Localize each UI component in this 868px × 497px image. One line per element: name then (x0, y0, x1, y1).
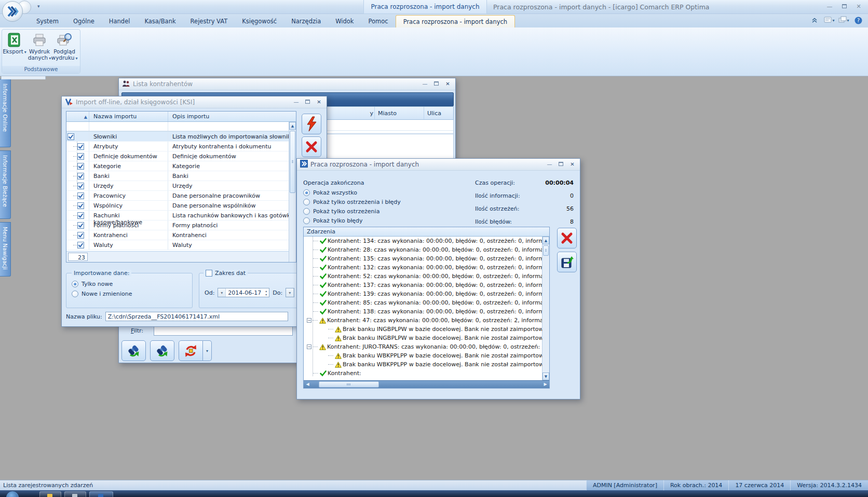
ribbon-tab[interactable]: Handel (102, 15, 138, 27)
event-filter-option[interactable]: Pokaż tylko ostrzeżenia i błędy (303, 199, 401, 205)
column-header[interactable]: Ulica (424, 107, 453, 119)
radio-icon[interactable] (303, 217, 310, 224)
taskbar-app-2[interactable] (64, 491, 86, 497)
event-row[interactable]: Kontrahent: 135: czas wykonania: 00:00:0… (304, 254, 542, 263)
event-row[interactable]: Kontrahent: 137: czas wykonania: 00:00:0… (304, 281, 542, 289)
import-row[interactable]: WalutyWaluty (66, 240, 296, 250)
column-header-nazwa[interactable]: Nazwa importu (89, 112, 168, 121)
checkbox-checked-icon[interactable] (67, 133, 74, 140)
checkbox-checked-icon[interactable] (77, 242, 84, 248)
run-import-button[interactable] (302, 114, 321, 134)
event-row[interactable]: Kontrahent: (304, 369, 542, 378)
minimize-icon[interactable]: — (292, 99, 301, 106)
ribbon-tab[interactable]: Rejestry VAT (183, 15, 235, 27)
scroll-left-icon[interactable]: ◀ (304, 381, 311, 388)
radio-icon[interactable] (72, 291, 78, 297)
minimize-icon[interactable]: — (824, 2, 835, 11)
import-filter-row[interactable] (66, 122, 296, 132)
checkbox-checked-icon[interactable] (77, 232, 84, 239)
ribbon-tab[interactable]: Praca rozproszona - import danych (396, 15, 515, 27)
help-icon[interactable]: ? (853, 16, 863, 24)
file-name-input[interactable]: Z:\cdn\Sprzeda__FS201406171417.xml (105, 312, 288, 321)
ribbon-tab[interactable]: Pomoc (361, 15, 396, 27)
ribbon-tab[interactable]: Ogólne (66, 15, 102, 27)
scroll-up-icon[interactable]: ▲ (289, 122, 296, 130)
column-header[interactable]: Miasto (375, 107, 424, 119)
scrollbar-thumb[interactable] (543, 245, 549, 256)
import-row[interactable]: Definicje dokumentówDefinicje dokumentów (66, 151, 296, 161)
event-row[interactable]: −Kontrahent: 47: czas wykonania: 00:00:0… (304, 316, 542, 325)
select-import-button[interactable] (121, 340, 146, 361)
refresh-sync-button[interactable] (179, 340, 203, 361)
collapse-ribbon-icon[interactable] (810, 16, 819, 24)
lista-titlebar[interactable]: Lista kontrahentów — ✕ (119, 78, 455, 90)
refresh-dropdown-caret-icon[interactable]: ▾ (203, 340, 212, 361)
tree-expander-icon[interactable]: − (307, 344, 311, 349)
events-list[interactable]: Kontrahent: 134: czas wykonania: 00:00:0… (304, 237, 542, 380)
ribbon-tab[interactable]: Kasa/Bank (137, 15, 183, 27)
date-to-field[interactable]: ▾ (286, 288, 294, 297)
date-spinner[interactable]: ▴▾ (263, 289, 269, 296)
event-filter-option[interactable]: Pokaż tylko ostrzeżenia (303, 208, 401, 215)
print-button[interactable]: Wydrukdanych▾ (27, 30, 52, 66)
import-row[interactable]: WspólnicyDane personalne wspólników (66, 201, 296, 211)
close-icon[interactable]: ✕ (443, 80, 452, 88)
checkbox-checked-icon[interactable] (77, 163, 84, 170)
event-row[interactable]: Kontrahent: 28: czas wykonania: 00:00:00… (304, 245, 542, 254)
import-row[interactable]: UrzędyUrzędy (66, 181, 296, 191)
event-row[interactable]: Brak banku WBKPPLPP w bazie docelowej. B… (304, 351, 542, 360)
scroll-down-icon[interactable]: ▼ (542, 372, 549, 380)
import-row[interactable]: SłownikiLista możliwych do importowania … (66, 132, 296, 142)
scroll-up-icon[interactable]: ▲ (542, 237, 549, 244)
calendar-dropdown-icon[interactable]: ▾ (218, 288, 226, 297)
import-row[interactable]: PracownicyDane personalne pracowników (66, 191, 296, 201)
checkbox-checked-icon[interactable] (77, 212, 84, 219)
sidebar-tab[interactable]: Menu Nawigacji (0, 222, 11, 277)
excel-export-button[interactable]: Eksport▾ (2, 30, 27, 66)
checkbox-checked-icon[interactable] (77, 183, 84, 189)
windows-taskbar[interactable] (0, 490, 868, 497)
event-row[interactable]: Kontrahent: 132: czas wykonania: 00:00:0… (304, 263, 542, 272)
import-row[interactable]: AtrybutyAtrybuty kontrahenta i dokumentu (66, 142, 296, 151)
calendar-dropdown-icon[interactable]: ▾ (286, 288, 294, 297)
import-row[interactable]: Formy płatnościFormy płatności (66, 220, 296, 230)
scrollbar-thumb[interactable] (319, 381, 379, 388)
checkbox-checked-icon[interactable] (77, 173, 84, 180)
checkbox-checked-icon[interactable] (77, 153, 84, 160)
maximize-icon[interactable] (432, 80, 441, 88)
sort-column-header[interactable]: ▲ (66, 112, 89, 121)
radio-icon[interactable] (303, 189, 310, 196)
sidebar-tab[interactable]: Informacje Online (0, 79, 11, 147)
date-range-checkbox[interactable] (206, 270, 212, 277)
event-row[interactable]: Kontrahent: 85: czas wykonania: 00:00:00… (304, 298, 542, 307)
start-button-icon[interactable] (6, 491, 19, 497)
windows-list-icon[interactable]: ▾ (839, 16, 848, 24)
events-scrollbar-horizontal[interactable]: ◀ ▶ (304, 380, 549, 388)
maximize-icon[interactable] (303, 99, 312, 106)
tree-expander-icon[interactable]: − (307, 318, 311, 323)
event-filter-option[interactable]: Pokaż wszystko (303, 189, 401, 196)
save-log-button[interactable] (557, 252, 577, 272)
ribbon-tab[interactable]: Narzędzia (284, 15, 328, 27)
close-log-button[interactable] (557, 228, 577, 248)
checkbox-checked-icon[interactable] (77, 192, 84, 199)
select-import-alt-button[interactable] (150, 340, 174, 361)
scrollbar-thumb[interactable] (290, 131, 295, 193)
import-row[interactable]: KategorieKategorie (66, 161, 296, 171)
filter-input[interactable] (154, 326, 293, 336)
quick-access-caret-icon[interactable]: ▾ (37, 4, 40, 9)
taskbar-app-active[interactable] (89, 491, 113, 497)
app-titlebar[interactable]: ▾ Praca rozproszona - import danych Prac… (0, 0, 868, 14)
event-row[interactable]: Kontrahent: 52: czas wykonania: 00:00:00… (304, 272, 542, 281)
event-row[interactable]: Kontrahent: 134: czas wykonania: 00:00:0… (304, 237, 542, 245)
import-row[interactable]: BankiBanki (66, 171, 296, 181)
event-filter-option[interactable]: Pokaż tylko błędy (303, 217, 401, 224)
radio-icon[interactable] (72, 281, 78, 287)
window-menu-icon[interactable]: ▾ (824, 16, 834, 24)
comarch-logo-icon[interactable] (2, 1, 23, 22)
checkbox-checked-icon[interactable] (77, 222, 84, 229)
radio-icon[interactable] (303, 208, 310, 215)
cancel-button[interactable] (302, 136, 321, 157)
ribbon-tab[interactable]: Księgowość (235, 15, 284, 27)
maximize-icon[interactable] (557, 161, 565, 168)
